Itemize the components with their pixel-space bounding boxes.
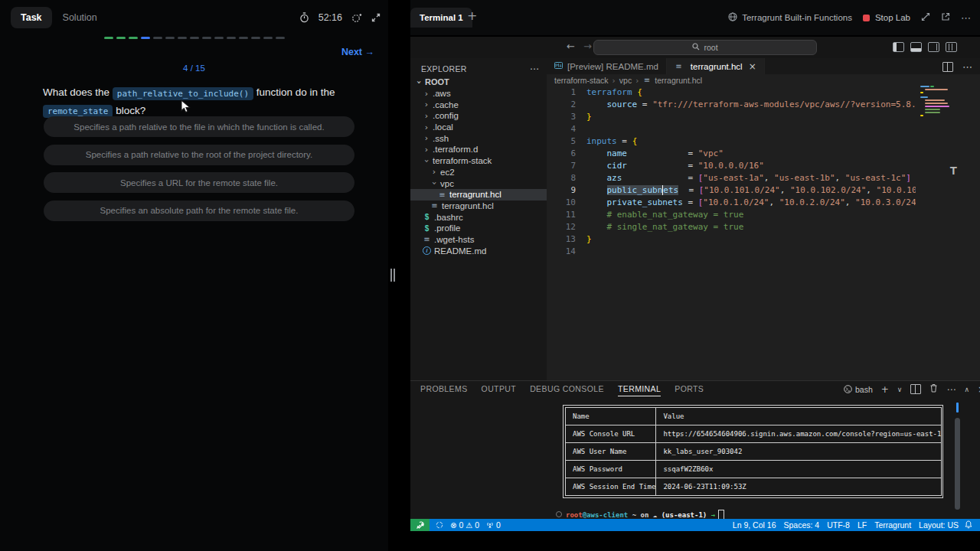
code-line[interactable]: 12 # single_nat_gateway = true xyxy=(547,220,980,233)
nav-back-button[interactable]: ← xyxy=(567,41,575,52)
panel-tab-problems[interactable]: PROBLEMS xyxy=(420,384,468,396)
panel-tab-debug-console[interactable]: DEBUG CONSOLE xyxy=(530,384,604,396)
breadcrumb-file[interactable]: terragrunt.hcl xyxy=(655,76,702,85)
explorer-item[interactable]: iREADME.md xyxy=(410,245,547,256)
new-terminal-icon[interactable]: + xyxy=(881,384,889,395)
explorer-root-item[interactable]: ›ROOT xyxy=(410,77,547,88)
line-number: 6 xyxy=(547,148,586,158)
command-center-search[interactable]: root xyxy=(593,40,817,55)
open-external-icon[interactable] xyxy=(941,11,950,24)
explorer-item[interactable]: ≡terragrunt.hcl xyxy=(410,189,547,201)
answer-option[interactable]: Specifies a path relative to the root of… xyxy=(44,145,354,165)
progress-dot xyxy=(190,37,199,39)
status-sync-icon[interactable] xyxy=(436,521,443,529)
editor-area: [Preview] README.md ≡ terragrunt.hcl × ⋯… xyxy=(547,58,980,380)
code-line[interactable]: 8 azs = ["us-east-1a", "us-east-1b", "us… xyxy=(547,171,980,184)
notifications-bell-icon[interactable] xyxy=(965,520,972,530)
add-time-icon[interactable] xyxy=(351,12,362,23)
close-tab-icon[interactable]: × xyxy=(749,61,756,72)
expand-panel-icon[interactable] xyxy=(371,13,381,22)
problems-status[interactable]: ⊗ 0 ⚠ 0 xyxy=(450,520,479,530)
status-item[interactable]: UTF-8 xyxy=(827,520,850,530)
status-item[interactable]: LF xyxy=(858,520,867,530)
answer-option[interactable]: Specifies a URL for the remote state fil… xyxy=(44,172,354,193)
table-cell: ssqafW2ZB60x xyxy=(656,461,942,478)
status-item[interactable]: Ln 9, Col 16 xyxy=(733,520,776,530)
code-line[interactable]: 2 source = "tfr:///terraform-aws-modules… xyxy=(547,98,980,110)
explorer-item[interactable]: ›vpc xyxy=(410,178,547,189)
nav-forward-button[interactable]: → xyxy=(583,41,592,52)
ports-status[interactable]: 0 xyxy=(486,520,501,530)
docs-link[interactable]: Terragrunt Built-in Functions xyxy=(728,12,852,23)
explorer-more-icon[interactable]: ⋯ xyxy=(530,64,539,74)
code-line[interactable]: 6 name = "vpc" xyxy=(547,147,980,159)
remote-indicator[interactable] xyxy=(410,519,430,531)
toggle-secondary-sidebar-icon[interactable] xyxy=(928,42,939,52)
explorer-item[interactable]: ›.config xyxy=(410,110,547,122)
customize-layout-icon[interactable] xyxy=(946,42,957,52)
status-item[interactable]: Terragrunt xyxy=(874,520,911,530)
more-options-icon[interactable]: ⋯ xyxy=(961,12,971,24)
code-line[interactable]: 5inputs = { xyxy=(547,135,980,147)
editor-more-icon[interactable]: ⋯ xyxy=(962,61,972,73)
explorer-item[interactable]: $.bashrc xyxy=(410,211,547,223)
chevron-down-icon: › xyxy=(430,180,439,187)
breadcrumb-folder[interactable]: terraform-stack xyxy=(554,76,609,85)
panel-more-icon[interactable]: ⋯ xyxy=(946,384,956,395)
explorer-item[interactable]: ›ec2 xyxy=(410,167,547,178)
answer-option[interactable]: Specifies an absolute path for the remot… xyxy=(44,201,354,221)
progress-dots xyxy=(0,37,388,39)
next-button[interactable]: Next → xyxy=(341,47,374,57)
tab-task[interactable]: Task xyxy=(11,7,52,28)
resize-diagonal-icon[interactable] xyxy=(921,11,930,24)
tab-solution[interactable]: Solution xyxy=(52,7,108,28)
explorer-item[interactable]: ›.aws xyxy=(410,88,547,99)
explorer-item[interactable]: ›.terraform.d xyxy=(410,144,547,155)
code-line[interactable]: 14 xyxy=(547,245,980,257)
terminal-tab-1[interactable]: Terminal 1 xyxy=(410,8,472,28)
explorer-item-label: .bashrc xyxy=(434,213,463,222)
readme-info-icon: i xyxy=(423,246,431,255)
stop-lab-button[interactable]: Stop Lab xyxy=(863,13,910,22)
explorer-item[interactable]: $.profile xyxy=(410,223,547,234)
toggle-sidebar-icon[interactable] xyxy=(893,42,904,52)
tab-readme-preview[interactable]: [Preview] README.md xyxy=(547,58,667,74)
minimap[interactable] xyxy=(919,86,963,132)
shell-selector[interactable]: bash xyxy=(844,385,873,394)
code-line[interactable]: 4 xyxy=(547,122,980,135)
add-terminal-tab-button[interactable]: + xyxy=(467,8,477,23)
explorer-item[interactable]: ›.ssh xyxy=(410,132,547,144)
explorer-item[interactable]: ›.cache xyxy=(410,99,547,110)
code-line[interactable]: 9 public_subnets = ["10.0.101.0/24", "10… xyxy=(547,184,980,196)
code-line[interactable]: 7 cidr = "10.0.0.0/16" xyxy=(547,159,980,171)
kill-terminal-icon[interactable] xyxy=(929,383,938,395)
tab-terragrunt-hcl[interactable]: ≡ terragrunt.hcl × xyxy=(667,58,765,74)
code-line[interactable]: 13} xyxy=(547,233,980,245)
explorer-item[interactable]: ›.local xyxy=(410,122,547,133)
globe-icon xyxy=(728,12,737,23)
code-lines[interactable]: 1terraform {2 source = "tfr:///terraform… xyxy=(547,86,980,257)
panel-tab-output[interactable]: OUTPUT xyxy=(482,384,517,396)
toggle-panel-icon[interactable] xyxy=(910,42,922,52)
panel-resize-handle[interactable] xyxy=(390,269,395,282)
answer-option[interactable]: Specifies a path relative to the file in… xyxy=(44,116,354,137)
explorer-item[interactable]: ›terraform-stack xyxy=(410,155,547,167)
maximize-panel-icon[interactable]: ∧ xyxy=(964,386,969,393)
terminal-scrollbar[interactable] xyxy=(955,418,960,510)
explorer-item[interactable]: ≡.wget-hsts xyxy=(410,234,547,246)
split-terminal-icon[interactable] xyxy=(910,384,921,394)
terminal-dropdown-icon[interactable]: ∨ xyxy=(897,386,903,393)
code-line[interactable]: 1terraform { xyxy=(547,86,980,98)
breadcrumb-subfolder[interactable]: vpc xyxy=(619,76,632,85)
split-editor-icon[interactable] xyxy=(942,62,953,72)
panel-tab-terminal[interactable]: TERMINAL xyxy=(618,384,661,396)
code-line[interactable]: 3} xyxy=(547,110,980,122)
code-line[interactable]: 11 # enable_nat_gateway = true xyxy=(547,208,980,220)
hcl-file-icon: ≡ xyxy=(675,62,683,70)
status-item[interactable]: Spaces: 4 xyxy=(783,520,819,530)
breadcrumb[interactable]: terraform-stack › vpc › ≡ terragrunt.hcl xyxy=(554,75,702,85)
code-line[interactable]: 10 private_subnets = ["10.0.1.0/24", "10… xyxy=(547,196,980,208)
panel-tab-ports[interactable]: PORTS xyxy=(675,384,704,396)
explorer-item[interactable]: ≡terragrunt.hcl xyxy=(410,201,547,212)
status-item[interactable]: Layout: US xyxy=(919,520,959,530)
